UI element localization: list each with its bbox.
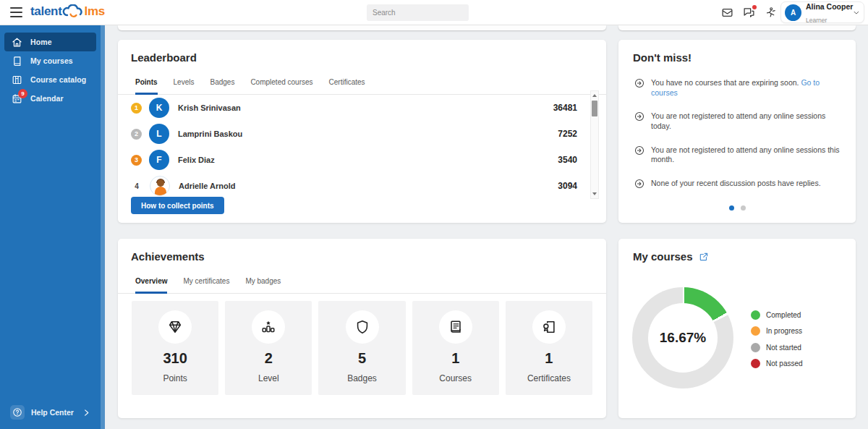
user-name: Krish Srinivasan	[178, 103, 241, 112]
talentlms-logo[interactable]: talent lms	[30, 4, 105, 19]
stat-value: 1	[451, 350, 459, 367]
tab-certificates[interactable]: Certificates	[329, 72, 365, 95]
external-link-icon[interactable]	[699, 252, 709, 262]
circle-arrow-icon	[634, 145, 644, 156]
rank-badge-gold: 1	[131, 103, 142, 114]
shield-icon	[346, 310, 379, 344]
leaderboard-row[interactable]: 3 F Felix Diaz 3540	[118, 147, 606, 173]
avatar	[150, 176, 170, 196]
chart-legend: Completed In progress Not started Not pa…	[751, 307, 803, 372]
achievement-stats: 310 Points 2 Level	[118, 294, 606, 395]
leaderboard-row[interactable]: 2 L Lamprini Baskou 7252	[118, 121, 606, 147]
stat-label: Points	[163, 373, 187, 383]
discussions-icon[interactable]	[743, 7, 755, 19]
scroll-down-icon[interactable]	[591, 190, 598, 197]
help-icon	[10, 405, 25, 420]
scroll-up-icon[interactable]	[591, 92, 598, 99]
tab-overview[interactable]: Overview	[135, 271, 167, 294]
legend-item-in-progress: In progress	[751, 323, 803, 340]
legend-dot-not-started	[751, 343, 760, 352]
tab-my-badges[interactable]: My badges	[245, 271, 281, 294]
stat-tile-certificates: 1 Certificates	[506, 301, 592, 395]
course-progress-donut-chart: 16.67%	[632, 287, 733, 388]
notification-dot	[752, 5, 757, 9]
user-menu[interactable]: A Alina Cooper Learner	[780, 1, 864, 23]
messages-icon[interactable]	[721, 7, 733, 19]
help-center-link[interactable]: Help Center	[4, 402, 96, 422]
avatar: F	[149, 150, 169, 170]
search-input[interactable]	[373, 9, 468, 17]
sidebar-item-calendar[interactable]: 9 Calendar	[4, 89, 96, 108]
scrolled-card-edge	[618, 25, 856, 30]
points-value: 3094	[558, 181, 577, 191]
notice-text: You are not registered to attend any onl…	[651, 111, 843, 131]
sidebar-item-course-catalog[interactable]: Course catalog	[4, 70, 96, 89]
user-name: Adrielle Arnold	[179, 182, 235, 190]
scrolled-card-edge	[118, 25, 606, 30]
sidebar-item-label: Home	[30, 38, 52, 46]
stat-value: 5	[358, 350, 366, 367]
catalog-icon	[12, 75, 22, 85]
achievements-title: Achievements	[118, 239, 606, 271]
legend-item-not-started: Not started	[751, 339, 803, 356]
points-value: 3540	[558, 155, 577, 165]
carousel-pagination	[618, 205, 856, 211]
logo-text-talent: talent	[30, 4, 62, 19]
avatar: K	[149, 98, 169, 118]
user-name: Felix Diaz	[178, 156, 215, 164]
legend-dot-completed	[751, 310, 760, 320]
book-icon	[439, 310, 472, 344]
avatar: A	[785, 4, 801, 21]
my-courses-card: My courses 16.67% Completed In progress …	[618, 239, 856, 418]
carousel-dot-2[interactable]	[741, 205, 746, 211]
leaderboard-tabs: Points Levels Badges Completed courses C…	[118, 72, 606, 95]
tab-my-certificates[interactable]: My certificates	[183, 271, 229, 294]
sidebar-item-my-courses[interactable]: My courses	[4, 51, 96, 70]
stat-label: Certificates	[527, 373, 571, 383]
tab-badges[interactable]: Badges	[210, 72, 234, 95]
sidebar-item-label: Course catalog	[30, 75, 86, 84]
sidebar-item-label: My courses	[30, 56, 73, 65]
dont-miss-card: Don't miss! You have no courses that are…	[618, 40, 856, 223]
notice-item: None of your recent discussion posts hav…	[634, 179, 843, 189]
certificate-icon	[532, 310, 566, 344]
stat-label: Badges	[347, 373, 377, 383]
search-bar	[367, 4, 469, 21]
stat-tile-level: 2 Level	[225, 301, 312, 395]
points-value: 36481	[553, 103, 577, 113]
achievements-tabs: Overview My certificates My badges	[118, 271, 606, 294]
avatar: L	[149, 124, 169, 144]
notice-item: You have no courses that are expiring so…	[634, 78, 843, 98]
tab-points[interactable]: Points	[135, 72, 158, 95]
stat-label: Level	[258, 373, 279, 383]
tab-completed-courses[interactable]: Completed courses	[250, 72, 312, 95]
gamification-icon[interactable]	[765, 7, 777, 19]
leaderboard-scrollbar[interactable]	[590, 90, 599, 199]
user-role: Learner	[806, 17, 827, 24]
stat-value: 1	[545, 350, 553, 367]
leaderboard-row[interactable]: 1 K Krish Srinivasan 36481	[118, 95, 606, 121]
scrollbar-thumb[interactable]	[592, 101, 597, 116]
legend-dot-in-progress	[751, 326, 760, 336]
book-icon	[12, 56, 22, 67]
home-icon	[12, 37, 22, 48]
donut-center-label: 16.67%	[632, 287, 733, 388]
sidebar-item-label: Calendar	[30, 94, 64, 103]
points-value: 7252	[558, 129, 577, 139]
circle-arrow-icon	[634, 179, 644, 189]
logo-text-lms: lms	[85, 4, 105, 19]
leaderboard-title: Leaderboard	[118, 40, 606, 72]
hamburger-menu-icon[interactable]	[10, 7, 22, 17]
legend-item-not-passed: Not passed	[751, 356, 803, 373]
legend-label: In progress	[766, 327, 802, 335]
level-podium-icon	[252, 310, 285, 344]
leaderboard-list: 1 K Krish Srinivasan 36481 2 L Lamprini …	[118, 95, 606, 199]
how-to-collect-points-button[interactable]: How to collect points	[131, 197, 224, 214]
notice-item: You are not registered to attend any onl…	[634, 111, 843, 131]
achievements-card: Achievements Overview My certificates My…	[118, 239, 606, 418]
carousel-dot-1[interactable]	[729, 205, 734, 211]
tab-levels[interactable]: Levels	[174, 72, 195, 95]
sidebar-item-home[interactable]: Home	[4, 33, 96, 51]
leaderboard-row[interactable]: 4 Adrielle Arnold 3094	[118, 173, 606, 199]
legend-label: Not passed	[766, 360, 803, 368]
